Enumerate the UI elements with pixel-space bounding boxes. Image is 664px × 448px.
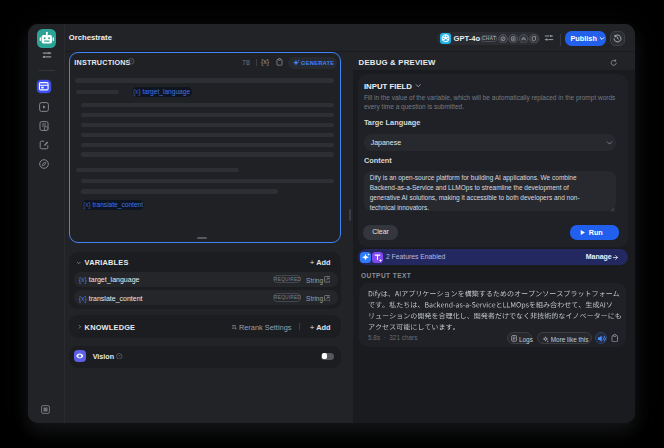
svg-text:?: ?: [130, 59, 133, 64]
svg-text:?: ?: [118, 353, 121, 358]
